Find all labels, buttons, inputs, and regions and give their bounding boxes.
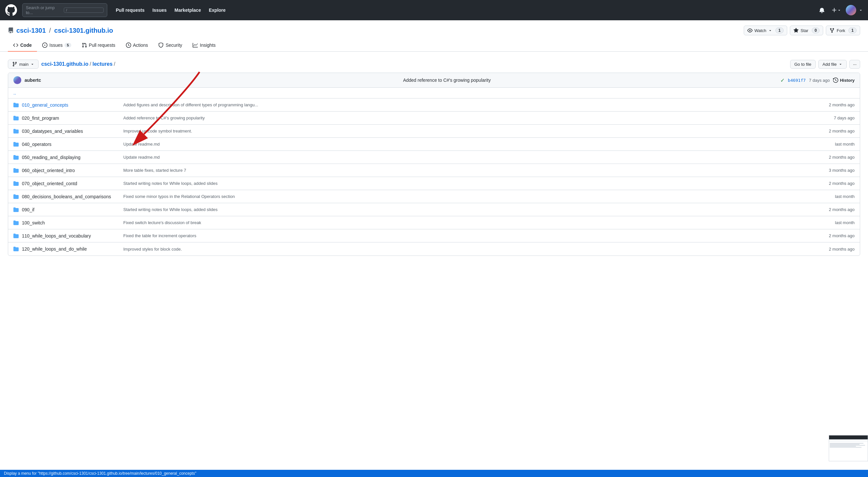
goto-file-button[interactable]: Go to file: [790, 60, 816, 69]
nav-marketplace[interactable]: Marketplace: [172, 5, 205, 15]
file-row-110: 110_while_loops_and_vocabulary Fixed the…: [8, 229, 860, 242]
add-file-button[interactable]: Add file: [818, 60, 847, 69]
tab-actions-label: Actions: [133, 42, 148, 48]
fork-label: Fork: [837, 28, 845, 33]
folder-icon: [13, 246, 19, 251]
github-logo-icon[interactable]: [5, 4, 17, 16]
avatar[interactable]: [846, 5, 856, 16]
star-label: Star: [801, 28, 808, 33]
top-nav-links: Pull requests Issues Marketplace Explore: [113, 5, 812, 15]
file-name-120[interactable]: 120_while_loops_and_do_while: [22, 246, 114, 251]
security-icon: [158, 42, 163, 48]
add-button[interactable]: [829, 5, 843, 15]
tab-actions[interactable]: Actions: [121, 39, 153, 52]
file-name-090[interactable]: 090_if: [22, 207, 114, 212]
file-row-090: 090_if Started writing notes for While l…: [8, 203, 860, 216]
file-commit-040: Update readme.md: [117, 142, 832, 147]
file-time-060: 3 months ago: [829, 168, 855, 173]
nav-issues[interactable]: Issues: [149, 5, 170, 15]
file-name-080[interactable]: 080_decisions_booleans_and_comparisons: [22, 194, 114, 199]
breadcrumb-repo-link[interactable]: csci-1301.github.io: [41, 61, 88, 67]
watch-count: 1: [775, 28, 784, 33]
repo-title: csci-1301 / csci-1301.github.io: [8, 27, 113, 34]
file-table: aubertc Added reference to C#'s growing …: [8, 72, 860, 256]
tab-security[interactable]: Security: [153, 39, 187, 52]
commit-author-name: aubertc: [25, 78, 398, 83]
plus-icon: [831, 7, 837, 13]
breadcrumb: csci-1301.github.io / lectures /: [41, 61, 787, 67]
file-commit-120: Improved styles for block code.: [117, 247, 826, 251]
notifications-button[interactable]: [817, 5, 827, 15]
repo-actions: Watch 1 Star 0 Fork 1: [744, 26, 860, 35]
file-name-020[interactable]: 020_first_program: [22, 116, 114, 121]
issues-icon: [42, 42, 48, 48]
folder-icon: [13, 102, 19, 108]
file-row-020: 020_first_program Added reference to C#'…: [8, 112, 860, 125]
file-row-100: 100_switch Fixed switch lecture's discus…: [8, 216, 860, 229]
nav-explore[interactable]: Explore: [206, 5, 228, 15]
add-file-chevron-icon: [839, 62, 842, 66]
commit-hash-link[interactable]: b4691f7: [788, 78, 806, 83]
branch-selector[interactable]: main: [8, 60, 39, 69]
repo-owner-link[interactable]: csci-1301: [17, 27, 46, 34]
tab-issues-label: Issues: [50, 42, 62, 48]
file-row-030: 030_datatypes_and_variables Improved uni…: [8, 125, 860, 138]
fork-count: 1: [848, 28, 857, 33]
tab-pull-requests[interactable]: Pull requests: [76, 39, 121, 52]
eye-icon: [747, 28, 752, 33]
file-time-080: last month: [835, 194, 855, 199]
file-name-060[interactable]: 060_object_oriented_intro: [22, 168, 114, 173]
actions-icon: [126, 42, 131, 48]
fork-button[interactable]: Fork 1: [826, 26, 860, 35]
file-name-070[interactable]: 070_object_oriented_contd: [22, 181, 114, 186]
latest-commit-row: aubertc Added reference to C#'s growing …: [8, 73, 860, 88]
file-time-040: last month: [835, 142, 855, 147]
parent-directory-row[interactable]: ..: [8, 88, 860, 98]
avatar-chevron-icon[interactable]: [859, 8, 863, 12]
repo-icon: [8, 28, 14, 33]
file-commit-010: Added figures and description of differe…: [117, 102, 826, 107]
folder-icon: [13, 155, 19, 160]
file-commit-090: Started writing notes for While loops, a…: [117, 207, 826, 212]
file-name-040[interactable]: 040_operators: [22, 142, 114, 147]
search-box[interactable]: Search or jump to... /: [22, 3, 107, 17]
file-commit-100: Fixed switch lecture's discussion of bre…: [117, 220, 832, 225]
file-time-110: 2 months ago: [829, 233, 855, 238]
folder-icon: [13, 168, 19, 173]
tab-pr-label: Pull requests: [89, 42, 116, 48]
file-name-030[interactable]: 030_datatypes_and_variables: [22, 128, 114, 134]
commit-time: 7 days ago: [809, 78, 830, 83]
star-icon: [794, 28, 799, 33]
folder-icon: [13, 233, 19, 239]
star-button[interactable]: Star 0: [790, 26, 824, 35]
file-name-100[interactable]: 100_switch: [22, 220, 114, 226]
tab-security-label: Security: [165, 42, 182, 48]
fork-icon: [829, 28, 835, 33]
tab-insights[interactable]: Insights: [187, 39, 221, 52]
nav-pull-requests[interactable]: Pull requests: [113, 5, 148, 15]
top-navigation: Search or jump to... / Pull requests Iss…: [0, 0, 868, 20]
folder-icon: [13, 128, 19, 134]
folder-icon: [13, 207, 19, 212]
history-button[interactable]: History: [833, 78, 855, 83]
tab-code[interactable]: Code: [8, 39, 37, 52]
watch-button[interactable]: Watch 1: [744, 26, 787, 35]
file-toolbar-right: Go to file Add file ···: [790, 60, 860, 69]
repo-name-link[interactable]: csci-1301.github.io: [54, 27, 113, 34]
tab-code-label: Code: [20, 42, 32, 48]
breadcrumb-path-link[interactable]: lectures: [93, 61, 113, 67]
file-toolbar: main csci-1301.github.io / lectures / Go…: [8, 60, 860, 69]
repo-tabs: Code Issues 5 Pull requests Actions Se: [8, 39, 860, 51]
bell-icon: [819, 7, 825, 13]
file-name-050[interactable]: 050_reading_and_displaying: [22, 155, 114, 160]
folder-icon: [13, 116, 19, 121]
file-name-010[interactable]: 010_general_concepts: [22, 102, 114, 108]
parent-dir-label: ..: [13, 90, 16, 95]
branch-icon: [12, 61, 17, 67]
file-name-110[interactable]: 110_while_loops_and_vocabulary: [22, 233, 114, 239]
watch-label: Watch: [754, 28, 766, 33]
file-row-070: 070_object_oriented_contd Started writin…: [8, 177, 860, 190]
commit-status-check: ✓: [780, 77, 784, 83]
more-options-button[interactable]: ···: [849, 60, 860, 69]
tab-issues[interactable]: Issues 5: [37, 39, 76, 52]
